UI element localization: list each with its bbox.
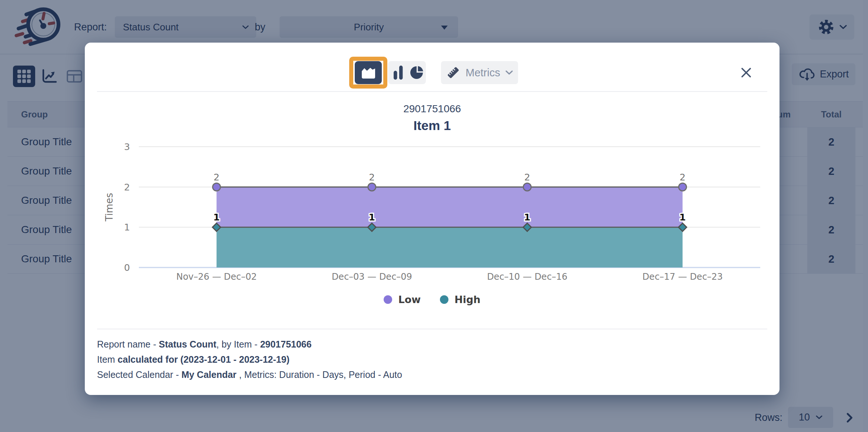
metrics-icon xyxy=(446,66,460,80)
svg-text:Nov–26 — Dec–02: Nov–26 — Dec–02 xyxy=(176,272,257,282)
bar-chart-button[interactable] xyxy=(392,65,405,80)
svg-text:2: 2 xyxy=(124,182,130,193)
screen: Report: Status Count by Priority xyxy=(0,0,868,432)
pie-chart-icon xyxy=(409,65,424,80)
report-summary: Report name - Status Count, by Item - 29… xyxy=(97,337,402,382)
divider xyxy=(97,91,767,92)
svg-text:2: 2 xyxy=(214,172,220,183)
chart-legend: LowHigh xyxy=(85,294,779,305)
close-icon xyxy=(740,67,752,79)
svg-text:1: 1 xyxy=(213,212,220,223)
svg-text:Dec–03 — Dec–09: Dec–03 — Dec–09 xyxy=(332,272,412,282)
bar-chart-icon xyxy=(393,65,404,80)
svg-text:Dec–17 — Dec–23: Dec–17 — Dec–23 xyxy=(642,272,723,282)
legend-dot xyxy=(384,295,392,304)
svg-text:1: 1 xyxy=(680,212,686,223)
metrics-label: Metrics xyxy=(465,67,500,79)
chart-title: 2901751066 xyxy=(85,103,779,115)
chevron-down-icon xyxy=(505,70,513,75)
pie-chart-button[interactable] xyxy=(408,64,425,81)
legend-item-high[interactable]: High xyxy=(440,294,480,305)
svg-text:1: 1 xyxy=(524,212,530,223)
legend-label: Low xyxy=(398,294,421,305)
svg-text:0: 0 xyxy=(124,262,130,273)
svg-text:1: 1 xyxy=(369,212,375,223)
legend-label: High xyxy=(454,294,480,305)
highlight-annotation xyxy=(349,57,387,89)
metrics-button[interactable]: Metrics xyxy=(441,61,518,84)
svg-text:2: 2 xyxy=(524,172,530,183)
area-chart: 0123TimesNov–26 — Dec–02Dec–03 — Dec–09D… xyxy=(97,137,767,289)
chart-modal: Metrics 2901751066 Item 1 0123TimesNov–2… xyxy=(85,43,779,395)
legend-item-low[interactable]: Low xyxy=(384,294,421,305)
area-chart-icon xyxy=(361,66,376,79)
divider xyxy=(97,329,767,329)
close-button[interactable] xyxy=(737,64,755,82)
svg-text:3: 3 xyxy=(124,142,130,152)
area-chart-button[interactable] xyxy=(355,61,382,84)
svg-text:2: 2 xyxy=(369,172,375,183)
svg-text:Dec–10 — Dec–16: Dec–10 — Dec–16 xyxy=(487,272,567,282)
svg-text:Times: Times xyxy=(104,193,115,222)
svg-text:1: 1 xyxy=(124,222,130,233)
svg-text:2: 2 xyxy=(680,172,685,183)
chart-subtitle: Item 1 xyxy=(85,118,779,133)
legend-dot xyxy=(440,295,448,304)
